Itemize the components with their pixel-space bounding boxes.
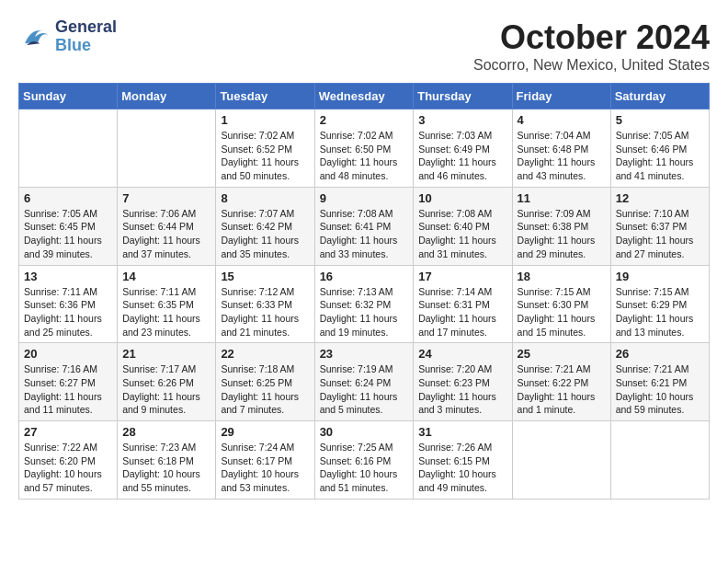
calendar-cell: 12Sunrise: 7:10 AMSunset: 6:37 PMDayligh… — [610, 187, 709, 265]
cell-line: Sunset: 6:35 PM — [122, 298, 210, 312]
calendar-cell: 8Sunrise: 7:07 AMSunset: 6:42 PMDaylight… — [216, 187, 314, 265]
cell-line: Daylight: 10 hours and 59 minutes. — [616, 390, 704, 417]
day-number: 6 — [24, 191, 112, 205]
calendar-cell: 24Sunrise: 7:20 AMSunset: 6:23 PMDayligh… — [414, 343, 512, 421]
day-number: 26 — [616, 347, 704, 361]
calendar-cell — [19, 109, 118, 188]
cell-content: Sunrise: 7:14 AMSunset: 6:31 PMDaylight:… — [418, 285, 506, 339]
cell-content: Sunrise: 7:02 AMSunset: 6:50 PMDaylight:… — [320, 129, 409, 183]
cell-line: Sunset: 6:52 PM — [221, 143, 309, 156]
calendar-cell — [118, 109, 216, 188]
day-number: 4 — [518, 113, 606, 127]
cell-content: Sunrise: 7:05 AMSunset: 6:45 PMDaylight:… — [24, 207, 112, 261]
cell-line: Sunset: 6:29 PM — [616, 298, 704, 312]
cell-line: Sunrise: 7:08 AM — [418, 207, 506, 221]
day-number: 15 — [221, 270, 309, 283]
calendar-cell: 2Sunrise: 7:02 AMSunset: 6:50 PMDaylight… — [314, 109, 414, 188]
cell-line: Sunrise: 7:05 AM — [24, 207, 112, 221]
cell-line: Sunrise: 7:21 AM — [616, 362, 704, 376]
calendar-cell — [512, 421, 610, 500]
cell-line: Sunset: 6:33 PM — [221, 298, 309, 312]
calendar-cell: 6Sunrise: 7:05 AMSunset: 6:45 PMDaylight… — [19, 187, 118, 265]
day-number: 19 — [616, 270, 704, 283]
calendar-cell: 18Sunrise: 7:15 AMSunset: 6:30 PMDayligh… — [512, 265, 610, 343]
calendar-cell: 10Sunrise: 7:08 AMSunset: 6:40 PMDayligh… — [414, 187, 512, 265]
cell-content: Sunrise: 7:16 AMSunset: 6:27 PMDaylight:… — [24, 362, 112, 417]
day-number: 25 — [518, 347, 606, 361]
cell-content: Sunrise: 7:23 AMSunset: 6:18 PMDaylight:… — [122, 441, 210, 495]
cell-line: Daylight: 11 hours and 7 minutes. — [221, 390, 309, 417]
cell-line: Sunrise: 7:11 AM — [24, 285, 112, 299]
cell-content: Sunrise: 7:11 AMSunset: 6:35 PMDaylight:… — [122, 285, 210, 339]
cell-line: Sunset: 6:21 PM — [616, 376, 704, 390]
cell-line: Daylight: 10 hours and 53 minutes. — [221, 467, 309, 494]
day-number: 21 — [122, 347, 210, 361]
cell-content: Sunrise: 7:02 AMSunset: 6:52 PMDaylight:… — [221, 129, 309, 183]
day-number: 29 — [221, 425, 309, 439]
cell-line: Sunset: 6:44 PM — [122, 220, 210, 234]
calendar-cell: 31Sunrise: 7:26 AMSunset: 6:15 PMDayligh… — [414, 421, 512, 500]
cell-line: Sunrise: 7:10 AM — [616, 207, 704, 221]
day-number: 11 — [518, 191, 606, 205]
cell-content: Sunrise: 7:11 AMSunset: 6:36 PMDaylight:… — [24, 285, 112, 339]
cell-line: Daylight: 11 hours and 46 minutes. — [418, 155, 506, 182]
logo: General Blue — [18, 18, 117, 55]
cell-content: Sunrise: 7:21 AMSunset: 6:22 PMDaylight:… — [518, 362, 606, 417]
day-number: 9 — [320, 191, 409, 205]
cell-content: Sunrise: 7:15 AMSunset: 6:30 PMDaylight:… — [518, 285, 606, 339]
cell-content: Sunrise: 7:07 AMSunset: 6:42 PMDaylight:… — [221, 207, 309, 261]
day-number: 10 — [418, 191, 506, 205]
calendar-cell: 20Sunrise: 7:16 AMSunset: 6:27 PMDayligh… — [19, 343, 118, 421]
logo-general-text: General — [55, 18, 117, 37]
calendar-cell: 5Sunrise: 7:05 AMSunset: 6:46 PMDaylight… — [610, 109, 709, 188]
cell-content: Sunrise: 7:04 AMSunset: 6:48 PMDaylight:… — [518, 129, 606, 183]
cell-line: Sunrise: 7:21 AM — [518, 362, 606, 376]
day-number: 23 — [320, 347, 409, 361]
calendar-cell: 13Sunrise: 7:11 AMSunset: 6:36 PMDayligh… — [19, 265, 118, 343]
title-block: October 2024 Socorro, New Mexico, United… — [473, 18, 710, 74]
calendar-week-2: 6Sunrise: 7:05 AMSunset: 6:45 PMDaylight… — [19, 187, 710, 265]
calendar-cell — [610, 421, 709, 500]
cell-line: Sunset: 6:36 PM — [24, 298, 112, 312]
calendar-cell: 16Sunrise: 7:13 AMSunset: 6:32 PMDayligh… — [314, 265, 414, 343]
cell-content: Sunrise: 7:24 AMSunset: 6:17 PMDaylight:… — [221, 441, 309, 495]
cell-line: Sunrise: 7:04 AM — [518, 129, 606, 143]
cell-line: Sunrise: 7:22 AM — [24, 441, 112, 454]
logo-blue-text: Blue — [55, 37, 117, 55]
calendar-cell: 7Sunrise: 7:06 AMSunset: 6:44 PMDaylight… — [118, 187, 216, 265]
cell-line: Sunset: 6:31 PM — [418, 298, 506, 312]
cell-line: Sunrise: 7:15 AM — [518, 285, 606, 299]
calendar-week-1: 1Sunrise: 7:02 AMSunset: 6:52 PMDaylight… — [19, 109, 710, 188]
cell-line: Daylight: 11 hours and 1 minute. — [518, 390, 606, 417]
cell-content: Sunrise: 7:10 AMSunset: 6:37 PMDaylight:… — [616, 207, 704, 261]
calendar-cell: 25Sunrise: 7:21 AMSunset: 6:22 PMDayligh… — [512, 343, 610, 421]
cell-line: Sunrise: 7:13 AM — [320, 285, 409, 299]
cell-line: Sunset: 6:18 PM — [122, 454, 210, 468]
cell-line: Sunset: 6:46 PM — [616, 143, 704, 156]
day-number: 30 — [320, 425, 409, 439]
day-number: 3 — [418, 113, 506, 127]
cell-line: Daylight: 11 hours and 27 minutes. — [616, 234, 704, 260]
cell-line: Daylight: 11 hours and 21 minutes. — [221, 312, 309, 339]
cell-line: Daylight: 11 hours and 41 minutes. — [616, 155, 704, 182]
cell-line: Sunset: 6:24 PM — [320, 376, 409, 390]
cell-line: Sunset: 6:26 PM — [122, 376, 210, 390]
cell-line: Sunrise: 7:19 AM — [320, 362, 409, 376]
cell-line: Sunset: 6:32 PM — [320, 298, 409, 312]
day-number: 17 — [418, 270, 506, 283]
cell-line: Daylight: 11 hours and 15 minutes. — [518, 312, 606, 339]
cell-line: Sunrise: 7:06 AM — [122, 207, 210, 221]
calendar-cell: 19Sunrise: 7:15 AMSunset: 6:29 PMDayligh… — [610, 265, 709, 343]
cell-line: Daylight: 11 hours and 3 minutes. — [418, 390, 506, 417]
calendar-cell: 17Sunrise: 7:14 AMSunset: 6:31 PMDayligh… — [414, 265, 512, 343]
cell-content: Sunrise: 7:19 AMSunset: 6:24 PMDaylight:… — [320, 362, 409, 417]
day-number: 14 — [122, 270, 210, 283]
location-title: Socorro, New Mexico, United States — [473, 57, 710, 74]
cell-line: Sunrise: 7:25 AM — [320, 441, 409, 454]
day-number: 27 — [24, 425, 112, 439]
cell-line: Sunrise: 7:26 AM — [418, 441, 506, 454]
cell-line: Sunset: 6:42 PM — [221, 220, 309, 234]
cell-content: Sunrise: 7:20 AMSunset: 6:23 PMDaylight:… — [418, 362, 506, 417]
day-number: 13 — [24, 270, 112, 283]
cell-line: Daylight: 10 hours and 57 minutes. — [24, 467, 112, 494]
